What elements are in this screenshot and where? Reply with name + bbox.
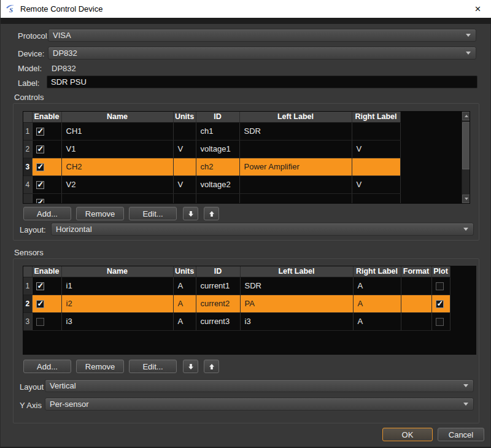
cell-units[interactable]: V — [173, 176, 196, 193]
enabled-checkbox[interactable] — [36, 300, 44, 308]
column-header[interactable]: Enable — [32, 266, 61, 277]
cell-id[interactable]: voltage1 — [196, 140, 239, 158]
controls-table-scrollbar[interactable] — [462, 112, 470, 203]
cell-left_label[interactable]: i3 — [240, 312, 353, 330]
cell-name[interactable] — [61, 193, 173, 204]
sensors-move-down-button[interactable] — [183, 360, 198, 373]
cell-right_label[interactable]: V — [352, 176, 400, 193]
close-icon[interactable]: × — [464, 0, 491, 18]
column-header[interactable]: Enable — [32, 112, 61, 122]
column-header[interactable]: Name — [61, 112, 173, 122]
row-number[interactable]: 3 — [23, 158, 32, 176]
cell-left_label[interactable]: PA — [240, 295, 353, 312]
sensors-add-button[interactable]: Add... — [23, 360, 71, 373]
cell-enabled[interactable] — [32, 193, 61, 204]
table-row[interactable]: 1CH1ch1SDR — [23, 122, 462, 140]
cell-plot[interactable] — [431, 312, 450, 330]
column-header[interactable]: Units — [173, 112, 196, 122]
enabled-checkbox[interactable] — [36, 181, 44, 189]
cell-units[interactable]: A — [173, 312, 196, 330]
enabled-checkbox[interactable] — [36, 128, 44, 136]
scroll-thumb[interactable] — [462, 122, 470, 169]
cell-id[interactable]: current1 — [196, 277, 240, 295]
cell-right_label[interactable]: A — [353, 277, 401, 295]
table-row[interactable]: 3i3Acurrent3i3A — [23, 312, 476, 330]
row-number[interactable]: 4 — [23, 176, 32, 193]
scroll-up-button[interactable] — [462, 112, 470, 120]
controls-move-down-button[interactable] — [183, 207, 198, 220]
cell-right_label[interactable] — [352, 193, 400, 204]
cell-enabled[interactable] — [32, 295, 61, 312]
cell-id[interactable] — [196, 193, 239, 204]
table-row[interactable]: 2i2Acurrent2PAA — [23, 295, 476, 312]
column-header[interactable]: Plot — [431, 266, 450, 277]
scroll-down-button[interactable] — [462, 195, 470, 203]
cancel-button[interactable]: Cancel — [438, 428, 484, 441]
cell-right_label[interactable] — [352, 158, 400, 176]
cell-units[interactable]: V — [173, 140, 196, 158]
cell-left_label[interactable]: SDR — [239, 122, 352, 140]
column-header[interactable]: Units — [173, 266, 196, 277]
enabled-checkbox[interactable] — [36, 282, 44, 290]
table-row[interactable]: 3CH2ch2Power Amplifier — [23, 158, 462, 176]
row-number[interactable] — [23, 193, 32, 204]
cell-format[interactable] — [401, 312, 431, 330]
cell-enabled[interactable] — [32, 312, 61, 330]
cell-right_label[interactable]: A — [353, 312, 401, 330]
cell-enabled[interactable] — [32, 158, 61, 176]
cell-name[interactable]: i3 — [61, 312, 173, 330]
cell-left_label[interactable]: Power Amplifier — [239, 158, 352, 176]
plot-checkbox[interactable] — [436, 300, 444, 308]
plot-checkbox[interactable] — [436, 318, 444, 326]
sensors-edit-button[interactable]: Edit... — [129, 360, 177, 373]
enabled-checkbox[interactable] — [36, 163, 44, 171]
controls-remove-button[interactable]: Remove — [76, 207, 124, 220]
cell-format[interactable] — [401, 295, 431, 312]
sensors-move-up-button[interactable] — [204, 360, 219, 373]
column-header[interactable]: Format — [401, 266, 431, 277]
ok-button[interactable]: OK — [382, 428, 433, 441]
cell-enabled[interactable] — [32, 122, 61, 140]
cell-plot[interactable] — [431, 277, 450, 295]
cell-units[interactable] — [173, 193, 196, 204]
row-number[interactable]: 2 — [23, 295, 32, 312]
cell-left_label[interactable] — [239, 176, 352, 193]
cell-left_label[interactable]: SDR — [240, 277, 353, 295]
sensors-yaxis-select[interactable]: Per-sensor — [45, 398, 474, 411]
sensors-remove-button[interactable]: Remove — [76, 360, 124, 373]
column-header[interactable]: Left Label — [239, 112, 352, 122]
cell-enabled[interactable] — [32, 277, 61, 295]
cell-id[interactable]: ch1 — [196, 122, 239, 140]
controls-add-button[interactable]: Add... — [23, 207, 71, 220]
column-header[interactable]: Right Label — [353, 266, 401, 277]
cell-enabled[interactable] — [32, 176, 61, 193]
cell-name[interactable]: CH2 — [61, 158, 173, 176]
controls-edit-button[interactable]: Edit... — [129, 207, 177, 220]
table-row[interactable]: 4V2Vvoltage2V — [23, 176, 462, 193]
cell-left_label[interactable] — [239, 193, 352, 204]
plot-checkbox[interactable] — [436, 282, 444, 290]
sensors-layout-select[interactable]: Vertical — [45, 379, 474, 392]
cell-name[interactable]: V1 — [61, 140, 173, 158]
table-row[interactable]: 2V1Vvoltage1V — [23, 140, 462, 158]
cell-name[interactable]: i1 — [61, 277, 173, 295]
cell-right_label[interactable]: A — [353, 295, 401, 312]
enabled-checkbox[interactable] — [36, 145, 44, 153]
enabled-checkbox[interactable] — [36, 199, 44, 204]
cell-units[interactable] — [173, 122, 196, 140]
column-header[interactable]: ID — [196, 266, 240, 277]
row-number[interactable]: 2 — [23, 140, 32, 158]
column-header[interactable]: Left Label — [240, 266, 353, 277]
cell-id[interactable]: voltage2 — [196, 176, 239, 193]
controls-layout-select[interactable]: Horizontal — [51, 223, 474, 236]
row-number[interactable]: 1 — [23, 122, 32, 140]
enabled-checkbox[interactable] — [36, 318, 44, 326]
cell-name[interactable]: V2 — [61, 176, 173, 193]
cell-id[interactable]: current3 — [196, 312, 240, 330]
cell-units[interactable]: A — [173, 277, 196, 295]
cell-units[interactable] — [173, 158, 196, 176]
cell-id[interactable]: current2 — [196, 295, 240, 312]
cell-format[interactable] — [401, 277, 431, 295]
column-header[interactable]: Right Label — [352, 112, 400, 122]
controls-move-up-button[interactable] — [204, 207, 219, 220]
